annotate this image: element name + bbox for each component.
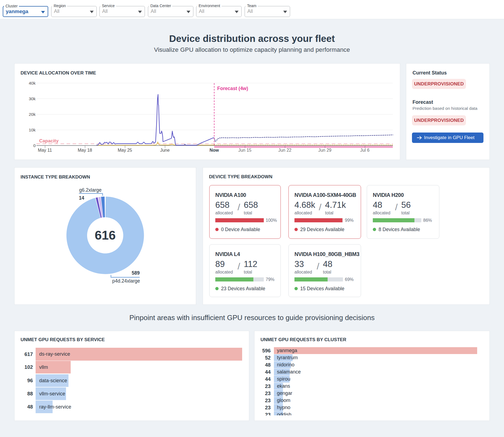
svg-text:Forecast (4w): Forecast (4w) <box>217 86 248 91</box>
svg-text:May 11: May 11 <box>38 148 52 153</box>
svg-text:10k: 10k <box>29 128 36 132</box>
svg-text:Jun 22: Jun 22 <box>278 148 291 153</box>
svg-text:p4d.24xlarge: p4d.24xlarge <box>112 278 140 284</box>
svg-text:Jun 15: Jun 15 <box>238 148 251 153</box>
svg-text:Now: Now <box>210 148 219 153</box>
svg-text:20k: 20k <box>29 112 36 117</box>
svg-text:0: 0 <box>33 143 36 148</box>
svg-text:40k: 40k <box>29 81 36 85</box>
svg-text:May 18: May 18 <box>78 148 92 153</box>
svg-text:14: 14 <box>79 195 84 201</box>
svg-text:June: June <box>160 148 170 153</box>
svg-text:Capacity: Capacity <box>39 138 59 143</box>
svg-text:30k: 30k <box>29 96 36 101</box>
svg-text:Jul 6: Jul 6 <box>360 148 370 153</box>
svg-text:616: 616 <box>95 228 116 242</box>
svg-text:May 25: May 25 <box>118 148 132 153</box>
svg-text:Jun 29: Jun 29 <box>318 148 331 153</box>
svg-text:g6.2xlarge: g6.2xlarge <box>79 187 102 193</box>
svg-text:589: 589 <box>132 270 140 276</box>
